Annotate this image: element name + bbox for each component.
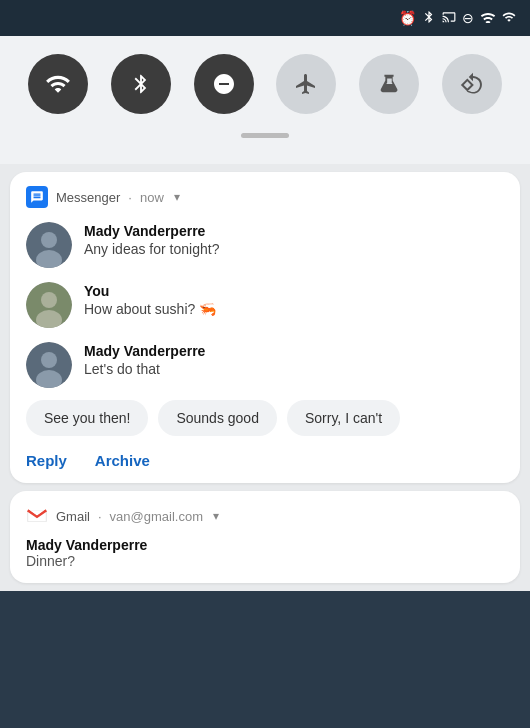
cast-icon (442, 10, 456, 27)
avatar-you (26, 282, 72, 328)
flashlight-toggle[interactable] (359, 54, 419, 114)
quick-reply-see-you[interactable]: See you then! (26, 400, 148, 436)
messenger-notif-time: · (128, 190, 132, 205)
svg-point-4 (41, 292, 57, 308)
message-content-3: Mady Vanderperre Let's do that (84, 342, 205, 378)
sender-name-3: Mady Vanderperre (84, 342, 205, 360)
svg-point-1 (41, 232, 57, 248)
airplane-toggle[interactable] (276, 54, 336, 114)
message-row-1: Mady Vanderperre Any ideas for tonight? (26, 222, 504, 268)
message-text-3: Let's do that (84, 360, 205, 378)
messenger-notif-timestamp: now (140, 190, 164, 205)
wifi-toggle[interactable] (28, 54, 88, 114)
message-content-1: Mady Vanderperre Any ideas for tonight? (84, 222, 219, 258)
reply-button[interactable]: Reply (26, 452, 67, 469)
avatar-mady-2 (26, 342, 72, 388)
alarm-icon: ⏰ (399, 10, 416, 26)
message-text-2: How about sushi? 🦐 (84, 300, 216, 318)
messenger-notif-header: Messenger · now ▾ (26, 186, 504, 208)
bluetooth-status-icon (422, 10, 436, 27)
gmail-expand-icon[interactable]: ▾ (213, 509, 219, 523)
expand-icon[interactable]: ▾ (174, 190, 180, 204)
gmail-separator: · (98, 509, 102, 524)
gmail-app-icon (26, 505, 48, 527)
signal-icon (502, 10, 516, 27)
gmail-app-name: Gmail (56, 509, 90, 524)
messenger-app-name: Messenger (56, 190, 120, 205)
quick-settings-panel (0, 36, 530, 164)
gmail-subject: Dinner? (26, 553, 504, 569)
message-text-1: Any ideas for tonight? (84, 240, 219, 258)
messenger-app-icon (26, 186, 48, 208)
gmail-sender: Mady Vanderperre (26, 537, 504, 553)
status-bar: ⏰ ⊖ (0, 0, 530, 36)
message-row-2: You How about sushi? 🦐 (26, 282, 504, 328)
messenger-notification: Messenger · now ▾ Mady Vanderperre Any i… (10, 172, 520, 483)
svg-point-7 (41, 352, 57, 368)
message-row-3: Mady Vanderperre Let's do that (26, 342, 504, 388)
sender-name-1: Mady Vanderperre (84, 222, 219, 240)
dnd-toggle[interactable] (194, 54, 254, 114)
gmail-account: van@gmail.com (110, 509, 203, 524)
quick-reply-sorry[interactable]: Sorry, I can't (287, 400, 400, 436)
gmail-notification: Gmail · van@gmail.com ▾ Mady Vanderperre… (10, 491, 520, 583)
quick-replies: See you then! Sounds good Sorry, I can't (26, 400, 504, 436)
sender-name-2: You (84, 282, 216, 300)
bluetooth-toggle[interactable] (111, 54, 171, 114)
avatar-mady-1 (26, 222, 72, 268)
handle-bar (241, 133, 289, 138)
notifications-area: Messenger · now ▾ Mady Vanderperre Any i… (0, 164, 530, 591)
archive-button[interactable]: Archive (95, 452, 150, 469)
rotate-toggle[interactable] (442, 54, 502, 114)
panel-handle (28, 128, 502, 142)
dnd-status-icon: ⊖ (462, 10, 474, 26)
quick-reply-sounds-good[interactable]: Sounds good (158, 400, 277, 436)
messenger-actions: Reply Archive (26, 452, 504, 469)
message-content-2: You How about sushi? 🦐 (84, 282, 216, 318)
quick-settings-buttons (28, 54, 502, 114)
wifi-status-icon (480, 10, 496, 26)
gmail-notif-header: Gmail · van@gmail.com ▾ (26, 505, 504, 527)
